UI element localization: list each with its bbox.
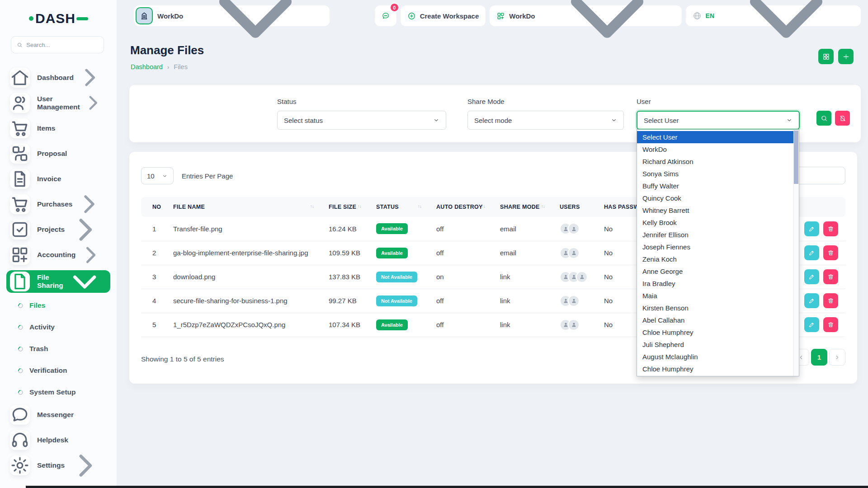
- sidebar-subitem-activity[interactable]: Activity: [0, 316, 117, 338]
- edit-button[interactable]: [804, 245, 819, 260]
- status-select[interactable]: Select status: [277, 111, 446, 130]
- bullet-icon: [17, 367, 24, 374]
- pagination-page-1-button[interactable]: 1: [811, 349, 827, 366]
- headset-icon: [10, 430, 30, 450]
- cell-file-size: 16.24 KB: [317, 217, 365, 241]
- chevron-down-icon: [433, 117, 439, 123]
- workspace-switcher[interactable]: WorkDo: [490, 5, 681, 26]
- user-dropdown-option[interactable]: WorkDo: [637, 143, 799, 155]
- sidebar-subitem-label: Verification: [29, 366, 67, 375]
- user-dropdown-option[interactable]: Select User: [637, 131, 799, 143]
- column-header-label: FILE SIZE: [329, 204, 356, 210]
- chevron-down-icon: [539, 0, 675, 84]
- user-dropdown-option[interactable]: Kirsten Benson: [637, 302, 799, 314]
- sidebar-item-user-management[interactable]: User Management: [6, 93, 110, 113]
- cell-file-name: ga-blog-implement-enterprise-file-sharin…: [162, 241, 317, 265]
- sidebar-search[interactable]: [11, 36, 104, 53]
- column-header-file-size[interactable]: FILE SIZE↑↓: [317, 197, 365, 217]
- sidebar-subitem-verification[interactable]: Verification: [0, 360, 117, 381]
- user-dropdown-option[interactable]: Ira Bradley: [637, 277, 799, 290]
- cell-file-size: 99.27 KB: [317, 289, 365, 313]
- user-dropdown-option[interactable]: Abel Callahan: [637, 314, 799, 326]
- column-header-status[interactable]: STATUS↑↓: [365, 197, 425, 217]
- delete-button[interactable]: [823, 245, 838, 260]
- avatar: [576, 271, 588, 283]
- breadcrumb-dashboard-link[interactable]: Dashboard: [131, 63, 163, 70]
- dropdown-scrollbar-thumb[interactable]: [794, 131, 798, 184]
- logo[interactable]: DASH: [29, 11, 88, 26]
- apply-filter-button[interactable]: [816, 111, 831, 126]
- user-dropdown-option[interactable]: Buffy Walter: [637, 180, 799, 192]
- user-dropdown-option[interactable]: Whitney Barrett: [637, 204, 799, 216]
- user-dropdown-option[interactable]: Juli Shepherd: [637, 338, 799, 351]
- messenger-button[interactable]: 0: [375, 5, 396, 26]
- sort-icon[interactable]: ↑↓: [358, 204, 361, 209]
- status-badge: Available: [376, 223, 408, 234]
- user-dropdown-option[interactable]: Maia: [637, 290, 799, 302]
- sort-icon[interactable]: ↑↓: [541, 204, 545, 209]
- cell-auto-destroy: off: [425, 313, 489, 337]
- create-workspace-button[interactable]: Create Workspace: [401, 5, 486, 26]
- pagination-next-button[interactable]: [829, 349, 845, 366]
- user-dropdown-option[interactable]: Jennifer Ellison: [637, 229, 799, 241]
- user-dropdown-option[interactable]: Kelly Brook: [637, 216, 799, 229]
- sidebar-item-items[interactable]: Items: [6, 118, 110, 138]
- user-avatars: [560, 295, 593, 307]
- column-header-auto-destroy[interactable]: AUTO DESTROY↑↓: [425, 197, 489, 217]
- delete-button[interactable]: [823, 221, 838, 236]
- cell-status: Not Available: [365, 289, 425, 313]
- column-header-file-name[interactable]: FILE NAME↑↓: [162, 197, 317, 217]
- status-label: Status: [277, 98, 446, 105]
- user-select[interactable]: Select User: [637, 111, 800, 130]
- share-mode-select[interactable]: Select mode: [467, 111, 624, 130]
- delete-button[interactable]: [823, 293, 838, 308]
- delete-button[interactable]: [823, 269, 838, 284]
- proposal-icon: [10, 144, 30, 164]
- logo-text: DASH: [35, 11, 75, 26]
- user-dropdown-option[interactable]: Joseph Fiennes: [637, 241, 799, 253]
- grid-plus-icon: [10, 245, 30, 265]
- user-dropdown-option[interactable]: Richard Atkinson: [637, 155, 799, 168]
- chevron-down-icon: [162, 173, 168, 179]
- sort-icon[interactable]: ↑↓: [418, 204, 421, 209]
- status-filter-group: Status Select status: [277, 98, 446, 130]
- workspace-pill[interactable]: WorkDo: [134, 5, 330, 26]
- column-header-label: USERS: [560, 204, 580, 210]
- reset-filter-button[interactable]: [835, 111, 850, 126]
- dropdown-scrollbar[interactable]: [793, 130, 799, 376]
- user-dropdown-option[interactable]: Zenia Koch: [637, 253, 799, 265]
- sidebar-subitem-label: System Setup: [29, 388, 76, 396]
- logo-dash-icon: [76, 17, 88, 20]
- sidebar-subitem-system-setup[interactable]: System Setup: [0, 381, 117, 403]
- edit-button[interactable]: [804, 293, 819, 308]
- sidebar-item-settings[interactable]: Settings: [6, 455, 110, 475]
- column-header-share-mode[interactable]: SHARE MODE↑↓: [489, 197, 548, 217]
- sidebar-item-proposal[interactable]: Proposal: [6, 144, 110, 164]
- user-dropdown-option[interactable]: Anne George: [637, 265, 799, 277]
- cell-users: [548, 265, 593, 289]
- user-dropdown-option[interactable]: Chloe Humphrey: [637, 326, 799, 338]
- user-dropdown-option[interactable]: Sonya Sims: [637, 168, 799, 180]
- sidebar-item-dashboard[interactable]: Dashboard: [6, 68, 110, 88]
- edit-button[interactable]: [804, 317, 819, 332]
- sort-icon[interactable]: ↑↓: [310, 204, 314, 209]
- entries-per-page-select[interactable]: 10: [141, 167, 174, 184]
- cell-users: [548, 313, 593, 337]
- sidebar-subitem-label: Files: [29, 301, 45, 310]
- edit-button[interactable]: [804, 269, 819, 284]
- delete-button[interactable]: [823, 317, 838, 332]
- user-dropdown-option[interactable]: August Mclaughlin: [637, 351, 799, 363]
- user-dropdown-option[interactable]: Chloe Humphrey: [637, 363, 799, 375]
- grid-view-button[interactable]: [818, 49, 834, 64]
- sidebar-subitem-trash[interactable]: Trash: [0, 338, 117, 360]
- language-selector[interactable]: EN: [686, 5, 861, 26]
- sidebar-item-file-sharing[interactable]: File Sharing: [6, 270, 110, 293]
- sort-icon[interactable]: ↑↓: [481, 204, 485, 209]
- sidebar-item-projects[interactable]: Projects: [6, 220, 110, 239]
- sidebar-item-messenger[interactable]: Messenger: [6, 405, 110, 425]
- add-file-button[interactable]: [838, 49, 854, 64]
- edit-button[interactable]: [804, 221, 819, 236]
- sidebar-search-input[interactable]: [26, 42, 98, 48]
- sidebar-item-invoice[interactable]: Invoice: [6, 169, 110, 189]
- user-dropdown-option[interactable]: Quincy Cook: [637, 192, 799, 204]
